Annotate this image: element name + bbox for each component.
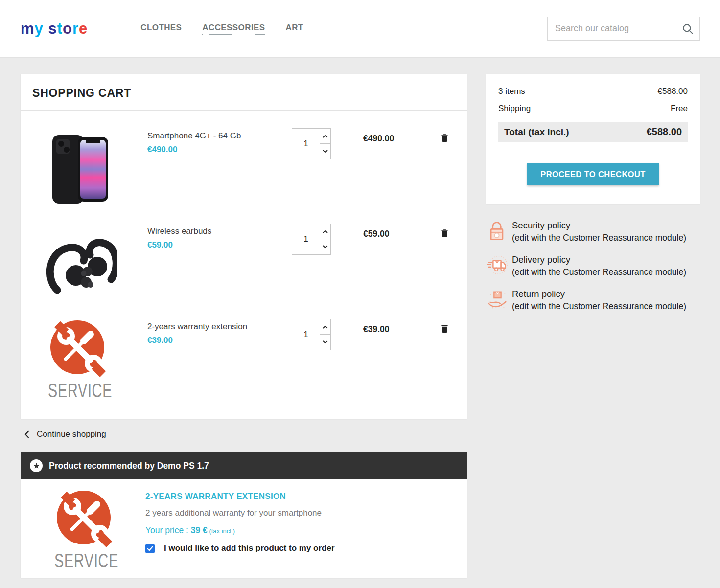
policy-title: Return policy — [486, 288, 700, 300]
cart-row-earbuds: Wireless earbuds €59.00 — [37, 223, 467, 306]
product-unit-price: €490.00 — [147, 145, 292, 155]
site-header: my store CLOTHES ACCESSORIES ART — [0, 0, 720, 58]
remove-item-button[interactable] — [440, 132, 450, 145]
cart-total-band: Total (tax incl.) €588.00 — [498, 122, 688, 142]
recommended-product-title[interactable]: 2-YEARS WARRANTY EXTENSION — [145, 492, 335, 501]
add-product-checkbox-label[interactable]: I would like to add this product to my o… — [164, 543, 335, 553]
product-image-smartphone[interactable] — [37, 127, 117, 210]
product-unit-price: €59.00 — [147, 240, 292, 250]
quantity-decrease-button[interactable] — [320, 335, 330, 350]
reassurance-policies: Security policy (edit with the Customer … — [486, 219, 700, 313]
quantity-stepper — [292, 224, 331, 255]
remove-item-button[interactable] — [440, 227, 450, 241]
quantity-decrease-button[interactable] — [320, 239, 330, 254]
search-box — [547, 17, 700, 41]
remove-item-button[interactable] — [440, 323, 450, 336]
trash-icon — [440, 323, 450, 335]
product-line-total: €59.00 — [363, 229, 440, 306]
policy-description: (edit with the Customer Reassurance modu… — [486, 232, 700, 244]
recommendation-header: Product recommended by Demo PS 1.7 — [21, 452, 467, 479]
return-box-icon — [486, 288, 510, 312]
recommended-product-description: 2 years additional warranty for your sma… — [145, 508, 335, 518]
service-badge-text: SERVICE — [48, 380, 106, 401]
price-label: Your price : — [145, 525, 191, 535]
search-icon[interactable] — [681, 23, 694, 35]
service-badge-text: SERVICE — [54, 550, 113, 571]
cart-row-smartphone: Smartphone 4G+ - 64 Gb €490.00 — [37, 127, 467, 210]
policy-title: Delivery policy — [486, 253, 700, 266]
price-tax-note: (tax incl.) — [208, 527, 235, 535]
shipping-value: Free — [671, 104, 688, 113]
product-image-service[interactable]: SERVICE — [37, 318, 117, 401]
continue-shopping-label: Continue shopping — [37, 430, 106, 439]
quantity-input[interactable] — [292, 319, 320, 350]
nav-item-clothes[interactable]: CLOTHES — [140, 23, 182, 35]
quantity-decrease-button[interactable] — [320, 144, 330, 159]
main-nav: CLOTHES ACCESSORIES ART — [88, 23, 303, 35]
cart-row-warranty: SERVICE 2-years warranty extension €39.0… — [37, 318, 467, 401]
price-value: 39 € — [191, 525, 208, 535]
items-count: 3 items — [498, 87, 525, 96]
lock-icon — [486, 219, 510, 244]
chevron-left-icon — [24, 430, 29, 438]
page-title: SHOPPING CART — [32, 87, 455, 100]
policy-description: (edit with the Customer Reassurance modu… — [486, 266, 700, 278]
cart-items-list: Smartphone 4G+ - 64 Gb €490.00 — [21, 111, 467, 419]
items-total: €588.00 — [658, 87, 688, 96]
trash-icon — [440, 132, 450, 144]
continue-shopping-link[interactable]: Continue shopping — [24, 430, 152, 439]
star-icon — [30, 459, 43, 472]
policy-return: Return policy (edit with the Customer Re… — [486, 288, 700, 313]
total-value: €588.00 — [647, 126, 682, 137]
nav-item-art[interactable]: ART — [285, 23, 303, 35]
quantity-increase-button[interactable] — [320, 319, 330, 335]
trash-icon — [440, 227, 450, 239]
product-name[interactable]: 2-years warranty extension — [147, 322, 292, 332]
policy-description: (edit with the Customer Reassurance modu… — [486, 300, 700, 313]
product-image-earbuds[interactable] — [37, 223, 117, 306]
quantity-increase-button[interactable] — [320, 129, 330, 144]
search-input[interactable] — [547, 17, 700, 41]
quantity-input[interactable] — [292, 224, 320, 254]
shipping-label: Shipping — [498, 104, 531, 113]
product-line-total: €39.00 — [363, 324, 440, 401]
policy-delivery: Delivery policy (edit with the Customer … — [486, 253, 700, 278]
recommended-product-image[interactable]: SERVICE — [43, 488, 124, 571]
cart-summary-card: 3 items €588.00 Shipping Free Total (tax… — [486, 74, 700, 204]
recommendation-section: Product recommended by Demo PS 1.7 SERVI… — [21, 452, 467, 578]
recommendation-header-label: Product recommended by Demo PS 1.7 — [49, 461, 209, 471]
product-line-total: €490.00 — [363, 134, 440, 210]
recommended-product-price: Your price : 39 € (tax incl.) — [145, 525, 335, 536]
recommendation-body: SERVICE 2-YEARS WARRANTY EXTENSION 2 yea… — [21, 479, 467, 578]
nav-item-accessories[interactable]: ACCESSORIES — [202, 23, 265, 35]
add-product-checkbox[interactable] — [145, 544, 155, 553]
quantity-input[interactable] — [292, 129, 320, 159]
shopping-cart-card: SHOPPING CART — [21, 74, 467, 419]
quantity-stepper — [292, 319, 331, 350]
policy-security: Security policy (edit with the Customer … — [486, 219, 700, 244]
total-label: Total (tax incl.) — [504, 127, 569, 137]
quantity-stepper — [292, 128, 331, 159]
policy-title: Security policy — [486, 219, 700, 232]
proceed-to-checkout-button[interactable]: PROCEED TO CHECKOUT — [527, 163, 658, 185]
store-logo[interactable]: my store — [21, 20, 88, 38]
truck-icon — [486, 253, 510, 278]
product-unit-price: €39.00 — [147, 336, 292, 345]
product-name[interactable]: Wireless earbuds — [147, 226, 292, 236]
quantity-increase-button[interactable] — [320, 224, 330, 239]
product-name[interactable]: Smartphone 4G+ - 64 Gb — [147, 131, 292, 141]
